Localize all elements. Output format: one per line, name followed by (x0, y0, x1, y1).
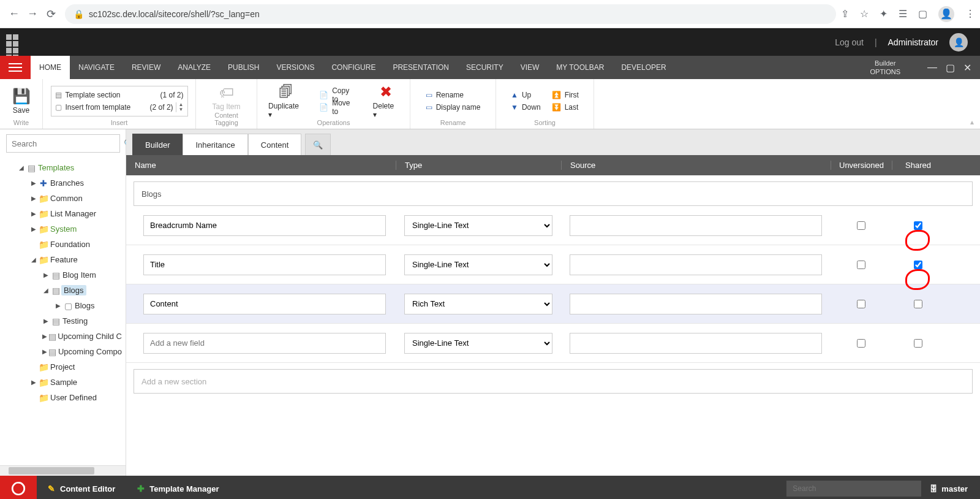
template-section-icon: ▤ (55, 91, 62, 99)
tree-upcoming-compo[interactable]: ▶▤Upcoming Compo (0, 344, 126, 359)
minimize-icon[interactable]: — (927, 62, 937, 74)
menu-review[interactable]: REVIEW (123, 56, 169, 79)
menu-analyze[interactable]: ANALYZE (169, 56, 219, 79)
sitecore-logo-icon[interactable] (0, 476, 37, 499)
field-source-input[interactable] (570, 333, 822, 354)
unversioned-checkbox[interactable] (857, 339, 865, 348)
tree-project[interactable]: 📁Project (0, 359, 126, 375)
delete-button[interactable]: ✖ Delete ▾ (368, 83, 404, 119)
tree-sample[interactable]: ▶📁Sample (0, 375, 126, 390)
rename-button[interactable]: ▭Rename (426, 89, 481, 101)
tabbar: Builder Inheritance Content 🔍 (126, 129, 980, 155)
tab-builder[interactable]: Builder (132, 134, 183, 155)
menu-navigate[interactable]: NAVIGATE (70, 56, 123, 79)
database-selector[interactable]: 🗄master (930, 484, 968, 493)
unversioned-checkbox[interactable] (857, 261, 865, 269)
tree-common[interactable]: ▶📁Common (0, 191, 126, 206)
menu-home[interactable]: HOME (31, 56, 70, 79)
first-button[interactable]: ⏫First (552, 89, 579, 101)
tree-upcoming-child[interactable]: ▶▤Upcoming Child C (0, 329, 126, 344)
up-button[interactable]: ▲Up (511, 89, 541, 101)
star-icon[interactable]: ☆ (860, 8, 869, 20)
menu-my-toolbar[interactable]: MY TOOLBAR (548, 56, 612, 79)
share-icon[interactable]: ⇪ (841, 8, 849, 20)
field-type-select[interactable]: Single-Line TextRich TextMulti-Line Text… (404, 215, 552, 236)
tree-blogs-child[interactable]: ▶▢Blogs (0, 298, 126, 313)
duplicate-button[interactable]: 🗐 Duplicate ▾ (263, 83, 308, 119)
tree-testing[interactable]: ▶▤Testing (0, 313, 126, 329)
tree-templates[interactable]: ◢▤Templates (0, 160, 126, 175)
readinglist-icon[interactable]: ☰ (899, 8, 907, 20)
maximize-icon[interactable]: ▢ (946, 62, 955, 74)
field-name-input[interactable] (143, 333, 386, 354)
logout-link[interactable]: Log out (835, 37, 864, 47)
field-source-input[interactable] (570, 294, 822, 314)
sidepanel-icon[interactable]: ▢ (918, 8, 927, 20)
save-button[interactable]: 💾 Save (7, 88, 36, 115)
section-header[interactable]: Blogs (134, 181, 973, 206)
tree-feature[interactable]: ◢📁Feature (0, 252, 126, 267)
browser-profile-icon[interactable]: 👤 (938, 6, 954, 22)
unversioned-checkbox[interactable] (857, 221, 865, 230)
back-icon[interactable]: ← (5, 7, 23, 20)
ribbon-collapse-icon[interactable]: ▴ (970, 118, 974, 126)
menu-security[interactable]: SECURITY (458, 56, 512, 79)
address-bar[interactable]: 🔒 sc102sc.dev.local/sitecore/shell/?sc_l… (65, 4, 836, 24)
shared-checkbox[interactable] (914, 300, 922, 308)
unversioned-checkbox[interactable] (857, 300, 865, 308)
add-section-input[interactable]: Add a new section (134, 369, 973, 394)
tree-foundation[interactable]: 📁Foundation (0, 237, 126, 252)
move-to-button[interactable]: 📄Move to (319, 101, 356, 113)
forward-icon[interactable]: → (23, 7, 42, 20)
content-tree: ◢▤Templates ▶✚Branches ▶📁Common ▶📁List M… (0, 158, 126, 465)
field-name-input[interactable] (143, 294, 386, 314)
down-icon: ▼ (511, 103, 518, 112)
builder-options-button[interactable]: Builder OPTIONS (870, 59, 919, 76)
menu-view[interactable]: VIEW (512, 56, 548, 79)
tree-list-manager[interactable]: ▶📁List Manager (0, 206, 126, 221)
user-avatar-icon[interactable]: 👤 (949, 33, 968, 51)
sidebar-scroll[interactable] (0, 465, 126, 476)
down-button[interactable]: ▼Down (511, 101, 541, 113)
tree-system[interactable]: ▶📁System (0, 221, 126, 237)
field-source-input[interactable] (570, 254, 822, 275)
tree-search-input[interactable] (6, 134, 120, 153)
menu-configure[interactable]: CONFIGURE (323, 56, 384, 79)
burger-icon[interactable] (0, 56, 31, 79)
field-source-input[interactable] (570, 215, 822, 236)
menu-developer[interactable]: DEVELOPER (612, 56, 674, 79)
close-icon[interactable]: ✕ (963, 62, 971, 74)
browser-menu-icon[interactable]: ⋮ (965, 8, 975, 20)
field-type-select[interactable]: Single-Line TextRich TextMulti-Line Text… (404, 333, 552, 354)
tab-inheritance[interactable]: Inheritance (183, 134, 247, 155)
menu-presentation[interactable]: PRESENTATION (384, 56, 458, 79)
shared-checkbox[interactable] (914, 221, 922, 230)
tab-content[interactable]: Content (248, 134, 302, 155)
field-type-select[interactable]: Single-Line TextRich TextMulti-Line Text… (404, 294, 552, 314)
table-row: Single-Line TextRich TextMulti-Line Text… (126, 245, 980, 284)
tree-blog-item[interactable]: ▶▤Blog Item (0, 267, 126, 283)
tab-search[interactable]: 🔍 (305, 134, 331, 155)
menu-versions[interactable]: VERSIONS (268, 56, 323, 79)
move-icon: 📄 (319, 103, 328, 112)
field-name-input[interactable] (143, 215, 386, 236)
copy-icon: 📄 (319, 91, 328, 99)
extensions-icon[interactable]: ✦ (880, 8, 888, 20)
field-name-input[interactable] (143, 254, 386, 275)
launchpad-icon[interactable] (0, 28, 28, 56)
bottom-search-input[interactable] (786, 481, 921, 497)
reload-icon[interactable]: ⟳ (42, 7, 60, 21)
tree-user-defined[interactable]: 📁User Defined (0, 390, 126, 405)
insert-options[interactable]: ▤Template section(1 of 2) ▢Insert from t… (51, 86, 188, 116)
template-manager-button[interactable]: ✚Template Manager (126, 476, 230, 499)
tree-branches[interactable]: ▶✚Branches (0, 175, 126, 191)
content-editor-button[interactable]: ✎Content Editor (37, 476, 126, 499)
shared-checkbox[interactable] (914, 339, 922, 348)
last-button[interactable]: ⏬Last (552, 101, 579, 113)
field-type-select[interactable]: Single-Line TextRich TextMulti-Line Text… (404, 254, 552, 275)
shared-checkbox[interactable] (914, 261, 922, 269)
menu-publish[interactable]: PUBLISH (219, 56, 268, 79)
display-name-button[interactable]: ▭Display name (426, 101, 481, 113)
tree-blogs[interactable]: ◢▤Blogs (0, 283, 126, 298)
save-icon: 💾 (12, 88, 31, 105)
